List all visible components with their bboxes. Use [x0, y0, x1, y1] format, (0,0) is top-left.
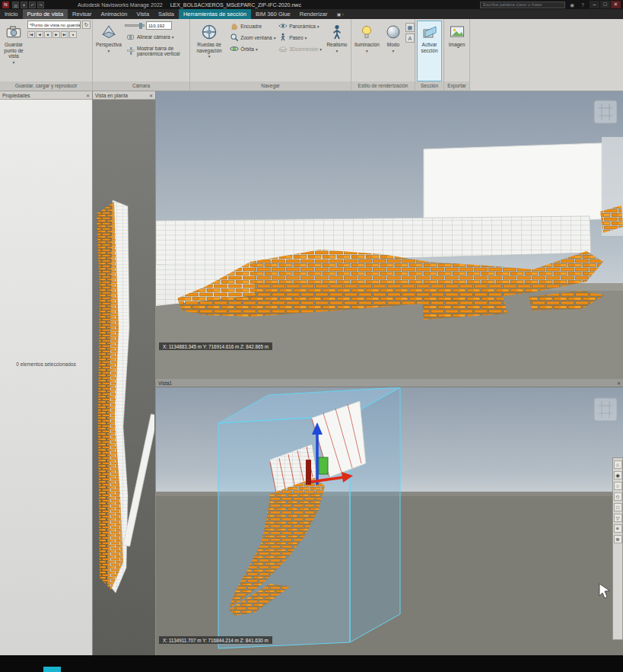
tab-renderizar[interactable]: Renderizar [295, 9, 332, 19]
export-image-button[interactable]: Imagen [446, 21, 468, 81]
tab-herramientas-de-seccion[interactable]: Herramientas de sección [179, 9, 251, 19]
refresh-viewpoint-icon[interactable]: ↻ [82, 21, 91, 29]
ribbon-group-title[interactable]: Navegar [190, 81, 351, 91]
playback-prev-button[interactable]: ◀ [36, 31, 43, 38]
os-taskbar[interactable] [0, 655, 623, 672]
save-viewpoint-button[interactable]: Guardar punto de vista [2, 21, 26, 81]
full-navigation-wheel-icon[interactable]: ◉ [614, 471, 622, 479]
eye-icon [278, 21, 288, 30]
undo-icon[interactable]: ↶ [29, 2, 36, 8]
save-icon[interactable]: ▼ [21, 2, 27, 8]
more-tools-icon[interactable]: ⊕ [614, 535, 622, 543]
pan-tool-icon[interactable]: ○ [614, 482, 622, 490]
properties-panel-body: 0 elementos seleccionados [0, 100, 92, 655]
steering-wheel-icon [200, 23, 218, 41]
ribbon-group-navigate: Ruedas de navegación Encuadre Zo [190, 19, 351, 91]
quick-access-toolbar: ▤ ▼ ↶ ↷ [12, 2, 44, 8]
open-icon[interactable]: ▤ [12, 2, 19, 8]
show-pan-bar-button[interactable]: Mostrar barra de panorámica vertical [125, 43, 188, 59]
chevron-down-icon [172, 34, 174, 40]
maximize-button[interactable]: □ [600, 1, 610, 8]
enable-section-label: Activar sección [418, 42, 440, 53]
magnifier-icon [230, 33, 239, 42]
vista1-header[interactable]: Vista1 ✕ [156, 379, 623, 387]
ribbon-group-title[interactable]: Estilo de renderización [351, 81, 415, 91]
viewpoint-dropdown-value: *Punto de vista no guardado [30, 23, 81, 27]
chevron-down-icon [366, 48, 368, 53]
sphere-icon [384, 23, 402, 41]
main-viewport[interactable]: X: 1134883.345 m Y: 716914.616 m Z: 842.… [156, 91, 623, 379]
realism-button[interactable]: Realismo [325, 21, 349, 81]
plan-view-canvas[interactable] [93, 100, 155, 655]
help-icon[interactable]: ? [579, 2, 586, 8]
walk-label: Paseo [289, 35, 303, 40]
viewcube-icon[interactable] [594, 398, 617, 421]
navigation-wheels-button[interactable]: Ruedas de navegación [192, 21, 227, 81]
tab-bim-360-glue[interactable]: BIM 360 Glue [251, 9, 295, 19]
properties-panel-header[interactable]: Propiedades ✕ [0, 91, 92, 100]
selection-status: 0 elementos seleccionados [0, 361, 92, 367]
orbit-label: Órbita [240, 46, 254, 52]
zoom-window-button[interactable]: Zoom ventana [228, 32, 275, 43]
plan-view-panel-header[interactable]: Vista en planta ✕ [93, 91, 155, 100]
mode-button[interactable]: Modo [383, 21, 404, 81]
perspective-button[interactable]: Perspectiva [94, 21, 123, 81]
fov-field[interactable] [146, 21, 172, 30]
ribbon-options-icon[interactable]: ▣ [332, 9, 348, 19]
playback-stop-button[interactable]: ■ [44, 31, 52, 38]
orbit-tool-icon[interactable]: □ [614, 503, 622, 511]
look-around-button[interactable]: Panorámica [277, 21, 323, 31]
walk-button[interactable]: Paseo [277, 32, 323, 43]
playback-record-button[interactable]: ● [69, 31, 77, 38]
close-icon[interactable]: ✕ [617, 381, 621, 386]
chevron-down-icon [13, 59, 15, 65]
pan-bar-icon [126, 46, 135, 56]
close-icon[interactable]: ✕ [149, 93, 153, 98]
ribbon-group-title[interactable]: Sección [415, 81, 443, 91]
app-logo-icon[interactable]: N [2, 2, 9, 8]
playback-first-button[interactable]: |◀ [27, 31, 35, 38]
align-camera-button[interactable]: Alinear cámara [125, 31, 188, 42]
perspective-label: Perspectiva [96, 42, 122, 48]
vista1-viewport[interactable]: ⌂ ◉ ○ ◇ □ ▽ ≡ ⊕ X: 1134911.707 m Y: 7168… [156, 387, 623, 655]
walking-person-icon [278, 33, 288, 42]
playback-next-button[interactable]: ▶| [61, 31, 68, 38]
tab-salida[interactable]: Salida [154, 9, 179, 19]
tab-revisar[interactable]: Revisar [68, 9, 96, 19]
wheels-label: Ruedas de navegación [193, 42, 225, 53]
walk-tool-icon[interactable]: ≡ [614, 524, 622, 533]
pan-label: Encuadre [240, 24, 262, 29]
app-title: Autodesk Navisworks Manage 2022 [78, 2, 163, 8]
viewcube-icon[interactable] [594, 100, 617, 123]
zoom-tool-icon[interactable]: ◇ [614, 492, 622, 501]
ribbon-group-title[interactable]: Guardar, cargar y reproducir [0, 81, 92, 91]
tab-inicio[interactable]: Inicio [0, 9, 23, 19]
ribbon-group-title[interactable]: Exportar [444, 81, 469, 91]
minimize-button[interactable]: – [590, 1, 599, 8]
orbit-button[interactable]: Órbita [228, 43, 275, 54]
enable-section-button[interactable]: Activar sección [417, 21, 442, 81]
playback-play-button[interactable]: ▶ [52, 31, 60, 38]
tab-punto-de-vista[interactable]: Punto de vista [23, 9, 68, 19]
taskbar-item[interactable] [43, 667, 61, 672]
ribbon-group-export: Imagen Exportar [444, 19, 470, 91]
tab-vista[interactable]: Vista [132, 9, 154, 19]
ribbon-group-title[interactable]: Cámara [93, 81, 189, 91]
lighting-button[interactable]: Iluminación [353, 21, 381, 81]
home-view-icon[interactable]: ⌂ [614, 460, 622, 469]
viewpoint-dropdown[interactable]: *Punto de vista no guardado [27, 21, 81, 29]
main-3d-scene [156, 91, 623, 379]
chevron-down-icon [208, 53, 211, 59]
look-tool-icon[interactable]: ▽ [614, 514, 622, 522]
search-input[interactable] [480, 2, 565, 8]
orbit-icon [230, 44, 239, 53]
account-icon[interactable]: ◉ [568, 2, 576, 8]
redo-icon[interactable]: ↷ [37, 2, 44, 8]
fov-slider[interactable] [125, 24, 145, 27]
close-button[interactable]: ✕ [611, 1, 621, 8]
tab-animacion[interactable]: Animación [96, 9, 132, 19]
text-style-toggle-icon[interactable]: A [405, 33, 415, 43]
render-style-toggle-icon[interactable]: ▦ [405, 23, 415, 32]
close-icon[interactable]: ✕ [86, 93, 90, 98]
pan-button[interactable]: Encuadre [228, 21, 275, 31]
